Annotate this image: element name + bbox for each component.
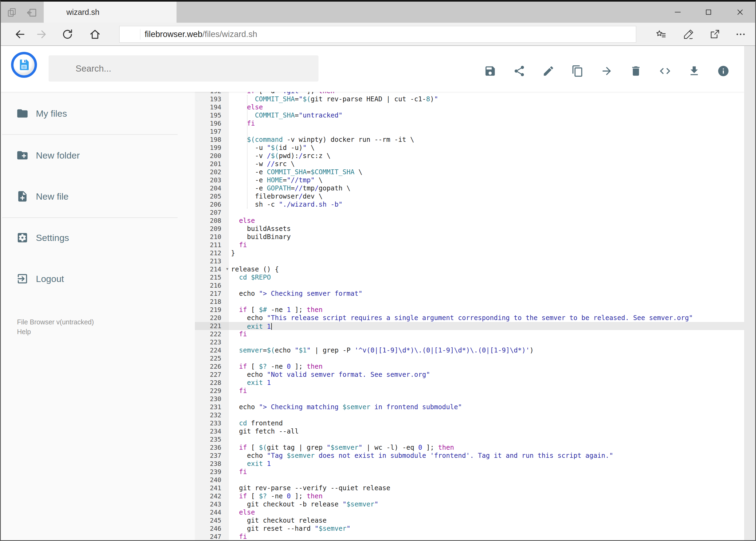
sidebar-item-logout[interactable]: Logout bbox=[0, 269, 195, 289]
scroll-up-icon[interactable] bbox=[746, 51, 754, 59]
code-line-203[interactable]: 203 -e HOME="//tmp" \ bbox=[195, 176, 744, 184]
code-line-244[interactable]: 244 else bbox=[195, 508, 744, 516]
code-line-233[interactable]: 233 cd frontend bbox=[195, 419, 744, 427]
code-line-218[interactable]: 218 bbox=[195, 297, 744, 306]
code-line-245[interactable]: 245 git checkout release bbox=[195, 516, 744, 525]
code-line-242[interactable]: 242 if [ $? -ne 0 ]; then bbox=[195, 492, 744, 500]
sidebar-divider bbox=[2, 134, 177, 135]
code-line-229[interactable]: 229 fi bbox=[195, 387, 744, 395]
line-number: 209 bbox=[195, 225, 229, 233]
fold-arrow-icon[interactable]: ▾ bbox=[226, 265, 228, 273]
line-number: 196 bbox=[195, 119, 229, 128]
code-line-227[interactable]: 227 echo "Not valid semver format. See s… bbox=[195, 370, 744, 379]
code-line-231[interactable]: 231 echo "> Checking matching $semver in… bbox=[195, 403, 744, 411]
code-line-240[interactable]: 240 bbox=[195, 476, 744, 484]
favorites-hub-icon[interactable] bbox=[655, 29, 667, 40]
info-icon[interactable] bbox=[717, 65, 730, 77]
code-line-196[interactable]: 196 fi bbox=[195, 119, 744, 128]
line-number: 242 bbox=[195, 492, 229, 500]
line-number: 223 bbox=[195, 338, 229, 346]
sidebar-item-settings[interactable]: Settings bbox=[0, 228, 195, 248]
web-note-icon[interactable] bbox=[683, 29, 694, 40]
code-line-219[interactable]: 219 if [ $# -ne 1 ]; then bbox=[195, 306, 744, 314]
code-line-204[interactable]: 204 -e GOPATH=//tmp/gopath \ bbox=[195, 184, 744, 192]
download-icon[interactable] bbox=[688, 65, 700, 77]
code-line-197[interactable]: 197 bbox=[195, 128, 744, 136]
share-icon-edge[interactable] bbox=[709, 29, 720, 40]
line-number: 202 bbox=[195, 168, 229, 176]
move-icon[interactable] bbox=[601, 65, 613, 77]
search-input[interactable] bbox=[75, 63, 292, 74]
code-line-199[interactable]: 199 -u "$(id -u)" \ bbox=[195, 144, 744, 152]
sidebar-item-new-file[interactable]: New file bbox=[0, 186, 195, 207]
code-line-213[interactable]: 213 bbox=[195, 257, 744, 265]
code-line-192[interactable]: 192 if [ -d ".git" ]; then bbox=[195, 92, 744, 95]
maximize-icon[interactable] bbox=[704, 8, 713, 17]
code-line-226[interactable]: 226 if [ $? -ne 0 ]; then bbox=[195, 362, 744, 370]
code-line-228[interactable]: 228 exit 1 bbox=[195, 379, 744, 387]
code-line-247[interactable]: 247 fi bbox=[195, 533, 744, 541]
sidebar-item-new-folder[interactable]: New folder bbox=[0, 145, 195, 166]
code-line-236[interactable]: 236 if [ $(git tag | grep "$semver" | wc… bbox=[195, 443, 744, 452]
code-line-206[interactable]: 206 sh -c "./wizard.sh -b" bbox=[195, 201, 744, 209]
sidebar-item-label: Settings bbox=[36, 233, 69, 243]
ellipsis-icon[interactable] bbox=[735, 29, 746, 40]
code-line-193[interactable]: 193 COMMIT_SHA="$(git rev-parse HEAD | c… bbox=[195, 95, 744, 103]
code-line-241[interactable]: 241 git rev-parse --verify --quiet relea… bbox=[195, 484, 744, 492]
code-line-194[interactable]: 194 else bbox=[195, 103, 744, 111]
code-line-238[interactable]: 238 exit 1 bbox=[195, 460, 744, 468]
code-line-237[interactable]: 237 echo "Tag $semver does not exist in … bbox=[195, 452, 744, 460]
code-line-202[interactable]: 202 -e COMMIT_SHA=$COMMIT_SHA \ bbox=[195, 168, 744, 176]
code-line-208[interactable]: 208 else bbox=[195, 217, 744, 225]
line-number: 212 bbox=[195, 249, 229, 257]
code-line-216[interactable]: 216 bbox=[195, 281, 744, 289]
code-icon[interactable] bbox=[659, 65, 671, 77]
code-lines: 192 if [ -d ".git" ]; then193 COMMIT_SHA… bbox=[195, 92, 744, 541]
filebrowser-logo[interactable] bbox=[11, 52, 37, 78]
delete-icon[interactable] bbox=[630, 65, 642, 77]
code-line-198[interactable]: 198 $(command -v winpty) docker run --rm… bbox=[195, 136, 744, 144]
code-line-225[interactable]: 225 bbox=[195, 354, 744, 362]
code-line-210[interactable]: 210 buildBinary bbox=[195, 233, 744, 241]
code-line-217[interactable]: 217 echo "> Checking semver format" bbox=[195, 289, 744, 297]
code-line-232[interactable]: 232 bbox=[195, 411, 744, 419]
minimize-icon[interactable] bbox=[673, 8, 682, 17]
code-line-201[interactable]: 201 -w //src \ bbox=[195, 160, 744, 168]
code-line-243[interactable]: 243 git checkout -b release "$semver" bbox=[195, 500, 744, 508]
code-line-207[interactable]: 207 bbox=[195, 209, 744, 217]
code-line-205[interactable]: 205 filebrowser/dev \ bbox=[195, 192, 744, 201]
line-number: 224 bbox=[195, 346, 229, 354]
code-line-211[interactable]: 211 fi bbox=[195, 241, 744, 249]
edit-icon[interactable] bbox=[542, 65, 555, 77]
code-line-235[interactable]: 235 bbox=[195, 435, 744, 443]
code-editor[interactable]: 192 if [ -d ".git" ]; then193 COMMIT_SHA… bbox=[195, 92, 744, 541]
code-line-246[interactable]: 246 git reset --hard "$semver" bbox=[195, 525, 744, 533]
code-line-221[interactable]: 221 exit 1 bbox=[195, 322, 744, 330]
line-number: 217 bbox=[195, 289, 229, 297]
code-line-239[interactable]: 239 fi bbox=[195, 468, 744, 476]
save-icon[interactable] bbox=[484, 65, 496, 77]
code-line-234[interactable]: 234 git fetch --all bbox=[195, 427, 744, 435]
vertical-scrollbar[interactable] bbox=[744, 46, 756, 541]
code-line-223[interactable]: 223 bbox=[195, 338, 744, 346]
code-line-212[interactable]: 212} bbox=[195, 249, 744, 257]
code-line-200[interactable]: 200 -v /$(pwd):/src:z \ bbox=[195, 152, 744, 160]
share-icon[interactable] bbox=[513, 65, 526, 77]
code-line-209[interactable]: 209 buildAssets bbox=[195, 225, 744, 233]
code-line-222[interactable]: 222 fi bbox=[195, 330, 744, 338]
help-link[interactable]: Help bbox=[17, 328, 31, 336]
sidebar-item-my-files[interactable]: My files bbox=[0, 103, 195, 124]
window-controls bbox=[0, 2, 756, 23]
code-line-230[interactable]: 230 bbox=[195, 395, 744, 403]
code-line-195[interactable]: 195 COMMIT_SHA="untracked" bbox=[195, 111, 744, 119]
scroll-down-icon[interactable] bbox=[746, 529, 754, 537]
code-line-214[interactable]: 214▾release () { bbox=[195, 265, 744, 273]
search-box[interactable] bbox=[49, 55, 319, 82]
code-line-220[interactable]: 220 echo "This release script requires a… bbox=[195, 314, 744, 322]
copy-icon[interactable] bbox=[571, 65, 584, 77]
code-line-215[interactable]: 215 cd $REPO bbox=[195, 273, 744, 281]
window-close-icon[interactable] bbox=[735, 8, 745, 17]
line-number: 210 bbox=[195, 233, 229, 241]
code-line-224[interactable]: 224 semver=$(echo "$1" | grep -P '^v(0|[… bbox=[195, 346, 744, 354]
filebrowser-header bbox=[0, 46, 744, 92]
